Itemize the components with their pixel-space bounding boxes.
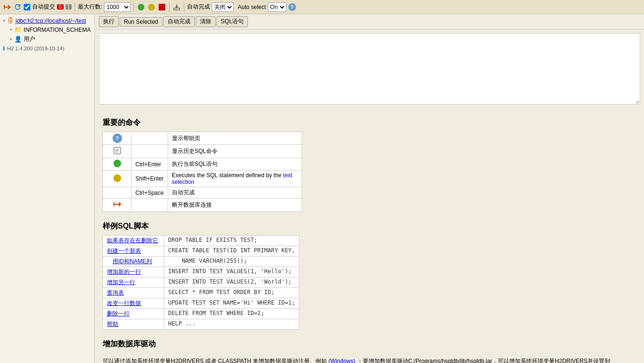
sidebar-version: ℹ H2 1.4.200 (2019-10-14) [0, 44, 95, 53]
right-content: 执行 Run Selected 自动完成 清除 SQL语句 重要的命令 ? 显示… [95, 14, 644, 363]
sidebar-item-schema[interactable]: + 📁 INFORMATION_SCHEMA [0, 25, 95, 34]
cmd-row-run-sel: Shift+Enter Executes the SQL statement d… [103, 171, 302, 187]
execute-button[interactable]: 执行 [99, 16, 119, 27]
close-select[interactable]: 关闭 打开 [212, 2, 234, 12]
max-rows-select[interactable]: 1000 100 500 10000 [104, 2, 131, 12]
sample-link-insert2[interactable]: 增加另一行 [103, 277, 164, 288]
auto-select-select[interactable]: On Off [268, 2, 286, 12]
svg-rect-2 [174, 8, 180, 10]
sample-code-delete: DELETE FROM TEST WHERE ID=2; [164, 309, 299, 319]
cmd-icon-run [103, 158, 132, 171]
main-layout: + 🗄 jdbc:h2:tcp://localhost/~/test + 📁 I… [0, 14, 644, 363]
cmd-icon-help: ? [103, 132, 132, 145]
expand-icon-schema: + [9, 27, 12, 32]
user-label: 用户 [24, 35, 35, 43]
info-icon: ℹ [3, 45, 5, 52]
driver-section-title: 增加数据库驱动 [103, 339, 636, 349]
error-count-badge: 0 [57, 4, 64, 10]
auto-select-label: Auto select [237, 4, 265, 10]
sample-link-columns[interactable]: 用ID和NAME列 [103, 257, 164, 267]
sample-link-insert1[interactable]: 增加新的一行 [103, 267, 164, 277]
sample-code-insert2: INSERT INTO TEST VALUES(2, 'World'); [164, 277, 299, 288]
folder-icon: 📁 [14, 26, 22, 33]
commands-table: ? 显示帮助页 显示历史SQL命令 [103, 132, 302, 212]
cmd-shortcut-autocomplete: Ctrl+Space [132, 187, 168, 199]
run-selected-icon[interactable] [147, 3, 156, 11]
cmd-desc-help: 显示帮助页 [168, 132, 302, 145]
stop-icon[interactable] [158, 3, 166, 11]
db-icon: 🗄 [8, 17, 14, 24]
cmd-shortcut-run: Ctrl+Enter [132, 158, 168, 171]
auto-complete-label: 自动完成 [187, 3, 210, 11]
sep4 [184, 2, 184, 12]
auto-submit-checkbox[interactable] [24, 4, 30, 10]
auto-complete-button[interactable]: 自动完成 [163, 16, 195, 27]
sample-row-columns: 用ID和NAME列 NAME VARCHAR(255)); [103, 257, 299, 267]
sample-link-delete[interactable]: 删除一行 [103, 309, 164, 319]
sample-row-delete: 删除一行 DELETE FROM TEST WHERE ID=2; [103, 309, 299, 319]
sample-link-help[interactable]: 帮助 [103, 319, 164, 330]
commands-section-title: 重要的命令 [103, 118, 636, 128]
disconnect-icon[interactable] [3, 3, 11, 11]
sample-link-select[interactable]: 查询表 [103, 288, 164, 298]
warning-count-badge: 1 [66, 4, 72, 10]
sample-code-select: SELECT * FROM TEST ORDER BY ID; [164, 288, 299, 298]
user-icon: 👤 [14, 36, 22, 43]
cmd-desc-disconnect: 断开数据库连接 [168, 199, 302, 212]
refresh-icon[interactable] [13, 3, 22, 11]
clear-button[interactable]: 清除 [196, 16, 216, 27]
sidebar-item-db-connection[interactable]: + 🗄 jdbc:h2:tcp://localhost/~/test [0, 16, 95, 25]
cmd-row-help: ? 显示帮助页 [103, 132, 302, 145]
sample-row-create: 创建一个新表 CREATE TABLE TEST(ID INT PRIMARY … [103, 246, 299, 257]
sample-row-drop: 如果表存在在删除它 DROP TABLE IF EXISTS TEST; [103, 236, 299, 246]
top-toolbar: 自动提交 0 1 最大行数: 1000 100 500 10000 自动完成 关… [0, 0, 644, 14]
sub-toolbar: 执行 Run Selected 自动完成 清除 SQL语句 [95, 14, 644, 29]
sample-link-drop[interactable]: 如果表存在在删除它 [103, 236, 164, 246]
cmd-desc-autocomplete: 自动完成 [168, 187, 302, 199]
auto-submit-label: 自动提交 [32, 3, 55, 11]
sep3 [169, 2, 170, 12]
driver-description: 可以通过添加系统环境变量H2DRIVERS 或者 CLASSPATH 来增加数据… [103, 357, 625, 363]
sample-code-columns: NAME VARCHAR(255)); [164, 257, 299, 267]
expand-icon-user: + [9, 37, 12, 42]
sample-row-help: 帮助 HELP ... [103, 319, 299, 330]
run-icon[interactable] [137, 3, 145, 11]
sidebar-item-user[interactable]: + 👤 用户 [0, 34, 95, 44]
samples-section-title: 样例SQL脚本 [103, 221, 636, 231]
sample-row-update: 改变一行数据 UPDATE TEST SET NAME='Hi' WHERE I… [103, 298, 299, 309]
sample-row-select: 查询表 SELECT * FROM TEST ORDER BY ID; [103, 288, 299, 298]
sidebar: + 🗄 jdbc:h2:tcp://localhost/~/test + 📁 I… [0, 14, 95, 363]
version-label: H2 1.4.200 (2019-10-14) [7, 46, 64, 51]
cmd-desc-run-sel: Executes the SQL statement defined by th… [168, 171, 302, 187]
cmd-shortcut-disconnect [132, 199, 168, 212]
cmd-shortcut-help [132, 132, 168, 145]
cmd-desc-run: 执行当前SQL语句 [168, 158, 302, 171]
driver-section-body: 可以通过添加系统环境变量H2DRIVERS 或者 CLASSPATH 来增加数据… [103, 357, 636, 363]
help-icon[interactable]: ? [288, 3, 296, 11]
sql-editor[interactable] [99, 33, 640, 105]
cmd-shortcut-history [132, 145, 168, 158]
cmd-row-history: 显示历史SQL命令 [103, 145, 302, 158]
cmd-icon-autocomplete [103, 187, 132, 199]
cmd-icon-history [103, 145, 132, 158]
sample-code-insert1: INSERT INTO TEST VALUES(1, 'Hello'); [164, 267, 299, 277]
sample-code-create: CREATE TABLE TEST(ID INT PRIMARY KEY, [164, 246, 299, 257]
sep1 [75, 2, 75, 12]
run-selected-button[interactable]: Run Selected [120, 17, 162, 27]
sample-link-create[interactable]: 创建一个新表 [103, 246, 164, 257]
db-connection-label: jdbc:h2:tcp://localhost/~/test [16, 18, 86, 24]
sample-code-drop: DROP TABLE IF EXISTS TEST; [164, 236, 299, 246]
expand-icon: + [3, 18, 6, 23]
export-icon[interactable] [172, 3, 181, 11]
sample-row-insert1: 增加新的一行 INSERT INTO TEST VALUES(1, 'Hello… [103, 267, 299, 277]
cmd-row-disconnect: 断开数据库连接 [103, 199, 302, 212]
cmd-row-run: Ctrl+Enter 执行当前SQL语句 [103, 158, 302, 171]
content-area: 重要的命令 ? 显示帮助页 显示历史S [95, 108, 644, 363]
sample-link-update[interactable]: 改变一行数据 [103, 298, 164, 309]
sample-code-update: UPDATE TEST SET NAME='Hi' WHERE ID=1; [164, 298, 299, 309]
sql-sentence-button[interactable]: SQL语句 [217, 16, 248, 27]
cmd-icon-disconnect [103, 199, 132, 212]
cmd-icon-run-sel [103, 171, 132, 187]
schema-label: INFORMATION_SCHEMA [24, 27, 91, 33]
max-rows-label: 最大行数: [78, 3, 102, 11]
